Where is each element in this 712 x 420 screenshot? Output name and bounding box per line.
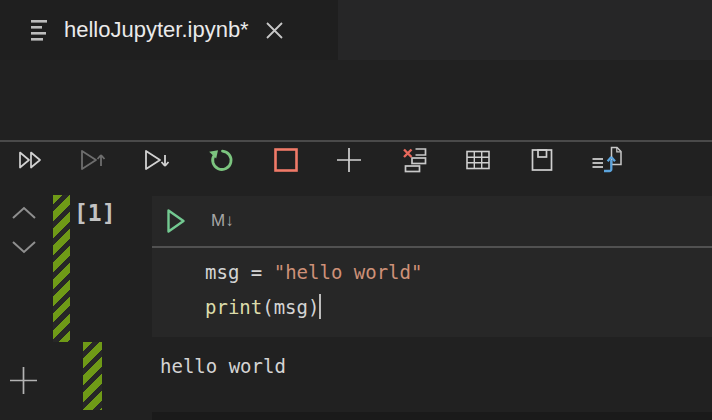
next-cell-edge (152, 412, 712, 420)
output-selection-bar[interactable] (83, 342, 102, 410)
toolbar-divider (0, 140, 712, 142)
run-all-button[interactable] (9, 138, 53, 182)
run-below-icon (141, 145, 173, 175)
insert-cell-button[interactable] (327, 138, 371, 182)
add-cell-icon (8, 365, 39, 396)
tab-hellojupyter[interactable]: helloJupyter.ipynb* (0, 0, 338, 60)
stop-icon (271, 145, 301, 175)
code-lines: msg = "hello world"print(msg) (205, 255, 712, 325)
notebook-editor: helloJupyter.ipynb* (0, 0, 712, 420)
notebook-toolbar (0, 60, 712, 140)
save-icon (527, 145, 557, 175)
tab-title: helloJupyter.ipynb* (64, 17, 249, 43)
markdown-toggle-button[interactable]: M↓ (211, 211, 234, 231)
cell-output: hello world (160, 353, 286, 379)
run-cell-button[interactable] (165, 206, 191, 236)
chevron-up-icon (10, 205, 38, 221)
run-all-icon (16, 145, 46, 175)
restart-kernel-button[interactable] (199, 138, 243, 182)
export-button[interactable] (584, 138, 628, 182)
execution-count: [1] (74, 200, 116, 226)
text-cursor (319, 294, 321, 319)
run-above-button[interactable] (71, 138, 115, 182)
interrupt-kernel-button[interactable] (264, 138, 308, 182)
variable-explorer-button[interactable] (456, 138, 500, 182)
notebook-file-icon (30, 18, 50, 43)
clear-outputs-icon (400, 145, 430, 175)
save-button[interactable] (520, 138, 564, 182)
restart-icon (206, 145, 236, 175)
code-cell: M↓ msg = "hello world"print(msg) (152, 196, 712, 337)
cell-selection-bar[interactable] (53, 195, 70, 342)
run-above-icon (77, 145, 109, 175)
tab-bar: helloJupyter.ipynb* (0, 0, 712, 60)
clear-outputs-button[interactable] (393, 138, 437, 182)
code-line[interactable]: msg = "hello world" (205, 255, 712, 290)
close-icon[interactable] (263, 18, 287, 42)
run-cell-icon (165, 207, 187, 235)
table-icon (463, 145, 493, 175)
move-cell-down-button[interactable] (9, 238, 39, 256)
code-editor[interactable]: msg = "hello world"print(msg) (152, 248, 712, 325)
code-line[interactable]: print(msg) (205, 290, 712, 325)
run-below-button[interactable] (135, 138, 179, 182)
chevron-down-icon (10, 239, 38, 255)
plus-icon (334, 145, 364, 175)
move-cell-up-button[interactable] (9, 204, 39, 222)
cell-toolbar: M↓ (152, 196, 712, 246)
add-cell-button[interactable] (7, 364, 39, 396)
export-icon (590, 144, 622, 176)
